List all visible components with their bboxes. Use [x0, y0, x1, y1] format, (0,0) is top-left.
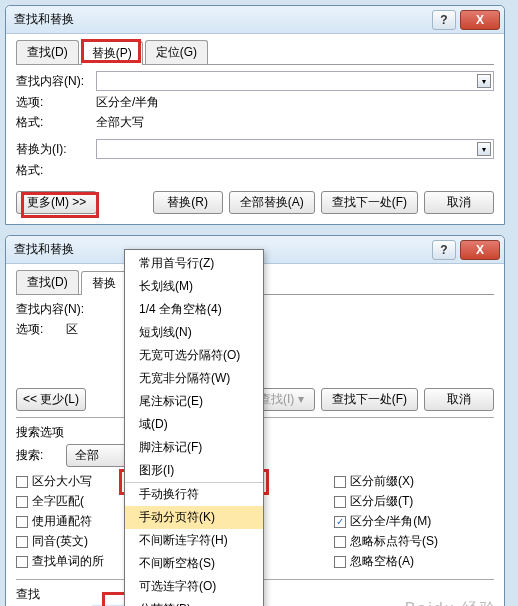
- watermark: Baidu 经验: [405, 599, 498, 606]
- tab-find[interactable]: 查找(D): [16, 40, 79, 64]
- checkbox-label: 全字匹配(: [32, 493, 84, 510]
- checkbox-label: 区分全/半角(M): [350, 513, 431, 530]
- search-direction-value: 全部: [75, 447, 99, 464]
- tab-replace[interactable]: 替换(P): [81, 41, 143, 65]
- menu-item[interactable]: 分节符(B): [125, 598, 263, 606]
- replace-with-input[interactable]: ▾: [96, 139, 494, 159]
- menu-item-manual-page-break[interactable]: 手动分页符(K): [125, 506, 263, 529]
- format-value: 全部大写: [96, 114, 144, 131]
- checkbox-label: 忽略空格(A): [350, 553, 414, 570]
- find-next-button[interactable]: 查找下一处(F): [321, 388, 418, 411]
- chevron-down-icon[interactable]: ▾: [477, 74, 491, 88]
- chevron-down-icon[interactable]: ▾: [477, 142, 491, 156]
- menu-item[interactable]: 不间断连字符(H): [125, 529, 263, 552]
- close-button[interactable]: X: [460, 10, 500, 30]
- checkbox-label: 使用通配符: [32, 513, 92, 530]
- checkbox-icon: [16, 496, 28, 508]
- replace-button[interactable]: 替换(R): [153, 191, 223, 214]
- cancel-button[interactable]: 取消: [424, 191, 494, 214]
- find-what-input[interactable]: ▾: [96, 71, 494, 91]
- cancel-button[interactable]: 取消: [424, 388, 494, 411]
- checkbox-label: 同音(英文): [32, 533, 88, 550]
- menu-item[interactable]: 脚注标记(F): [125, 436, 263, 459]
- checkbox-option[interactable]: 忽略标点符号(S): [334, 533, 494, 550]
- options-value: 区分全/半角: [96, 94, 159, 111]
- checkbox-label: 区分前缀(X): [350, 473, 414, 490]
- checkbox-icon: [16, 476, 28, 488]
- checkbox-icon: [16, 536, 28, 548]
- label-findwhat: 查找内容(N):: [16, 73, 96, 90]
- checkbox-option[interactable]: 区分后缀(T): [334, 493, 494, 510]
- menu-item[interactable]: 手动换行符: [125, 482, 263, 506]
- checkbox-label: 忽略标点符号(S): [350, 533, 438, 550]
- menu-item[interactable]: 可选连字符(O): [125, 575, 263, 598]
- menu-item[interactable]: 1/4 全角空格(4): [125, 298, 263, 321]
- help-button[interactable]: ?: [432, 10, 456, 30]
- checkbox-icon: [334, 476, 346, 488]
- tab-find[interactable]: 查找(D): [16, 270, 79, 294]
- replace-all-button[interactable]: 全部替换(A): [229, 191, 315, 214]
- tab-replace[interactable]: 替换: [81, 271, 127, 295]
- menu-item[interactable]: 图形(I): [125, 459, 263, 482]
- menu-item[interactable]: 常用首号行(Z): [125, 252, 263, 275]
- options-value: 区: [66, 321, 78, 338]
- checkbox-label: 区分大小写: [32, 473, 92, 490]
- checkbox-icon: [334, 536, 346, 548]
- menu-item[interactable]: 长划线(M): [125, 275, 263, 298]
- checkbox-icon: [334, 556, 346, 568]
- search-direction-select[interactable]: 全部: [66, 444, 126, 467]
- window-title: 查找和替换: [6, 241, 74, 258]
- search-direction-label: 搜索:: [16, 447, 66, 464]
- checkbox-label: 区分后缀(T): [350, 493, 413, 510]
- checkbox-option[interactable]: 忽略空格(A): [334, 553, 494, 570]
- checkbox-option[interactable]: 区分前缀(X): [334, 473, 494, 490]
- menu-item[interactable]: 不间断空格(S): [125, 552, 263, 575]
- menu-item[interactable]: 无宽可选分隔符(O): [125, 344, 263, 367]
- help-button[interactable]: ?: [432, 240, 456, 260]
- label-format: 格式:: [16, 114, 96, 131]
- checkbox-icon: [16, 556, 28, 568]
- tab-goto[interactable]: 定位(G): [145, 40, 208, 64]
- find-next-button[interactable]: 查找下一处(F): [321, 191, 418, 214]
- checkbox-option[interactable]: ✓区分全/半角(M): [334, 513, 494, 530]
- label-options: 选项:: [16, 321, 66, 338]
- label-findwhat: 查找内容(N):: [16, 301, 96, 318]
- less-button[interactable]: << 更少(L): [16, 388, 86, 411]
- menu-item[interactable]: 短划线(N): [125, 321, 263, 344]
- label-replacewith: 替换为(I):: [16, 141, 96, 158]
- menu-item[interactable]: 域(D): [125, 413, 263, 436]
- checkbox-label: 查找单词的所: [32, 553, 104, 570]
- more-button[interactable]: 更多(M) >>: [16, 191, 97, 214]
- close-button[interactable]: X: [460, 240, 500, 260]
- checkbox-icon: ✓: [334, 516, 346, 528]
- label-format2: 格式:: [16, 162, 96, 179]
- checkbox-icon: [334, 496, 346, 508]
- menu-item[interactable]: 尾注标记(E): [125, 390, 263, 413]
- checkbox-icon: [16, 516, 28, 528]
- menu-item[interactable]: 无宽非分隔符(W): [125, 367, 263, 390]
- window-title: 查找和替换: [6, 11, 74, 28]
- label-options: 选项:: [16, 94, 96, 111]
